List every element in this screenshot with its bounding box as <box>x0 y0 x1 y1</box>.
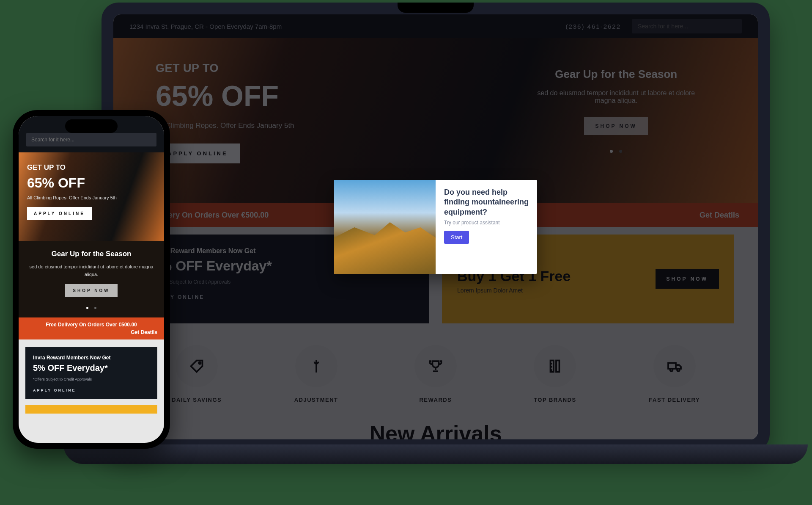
laptop-base <box>63 444 808 464</box>
phone-strip: Free Delivery On Orders Over €500.00 Get… <box>19 317 164 339</box>
phone-reward-apply[interactable]: APPLY ONLINE <box>33 388 150 392</box>
phone-hero-headline: 65% OFF <box>27 175 156 191</box>
phone-strip-details[interactable]: Get Deatils <box>25 329 157 335</box>
phone-dot-2[interactable] <box>94 307 96 309</box>
phone-apply-button[interactable]: APPLY ONLINE <box>27 207 92 220</box>
phone-dot-1[interactable] <box>86 307 88 309</box>
modal-subtitle: Try our product assistant <box>444 220 529 226</box>
phone-reward-line1: Invra Reward Members Now Get <box>33 355 150 361</box>
laptop-screen: 1234 Invra St. Prague, CR - Open Everyda… <box>113 14 758 439</box>
phone-gold-card <box>25 405 157 414</box>
modal-start-button[interactable]: Start <box>444 231 469 244</box>
phone-season-title: Gear Up for the Season <box>25 250 158 258</box>
phone-reward-card: Invra Reward Members Now Get 5% OFF Ever… <box>25 347 157 399</box>
phone-strip-text: Free Delivery On Orders Over €500.00 <box>46 322 137 328</box>
phone-reward-fine: *Offers Subject to Credit Approvals <box>33 377 150 381</box>
phone-screen: GET UP TO 65% OFF All Climbing Ropes. Of… <box>19 116 164 443</box>
laptop-notch <box>398 3 474 13</box>
phone-frame: GET UP TO 65% OFF All Climbing Ropes. Of… <box>13 110 170 449</box>
laptop-frame: 1234 Invra St. Prague, CR - Open Everyda… <box>102 3 770 451</box>
modal-title: Do you need help finding mountaineering … <box>444 188 529 217</box>
phone-season: Gear Up for the Season sed do eiusmod te… <box>19 241 164 317</box>
phone-season-text: sed do eiusmod tempor incididunt ut labo… <box>25 263 158 278</box>
phone-dots <box>25 303 158 311</box>
phone-hero-subtext: All Climbing Ropes. Offer Ends January 5… <box>27 195 156 200</box>
phone-hero-kicker: GET UP TO <box>27 163 156 172</box>
phone-shop-now[interactable]: SHOP NOW <box>65 284 117 297</box>
phone-search-input[interactable] <box>26 133 156 146</box>
phone-reward-line2: 5% OFF Everyday* <box>33 363 150 373</box>
phone-notch <box>65 119 118 133</box>
assistant-modal: Do you need help finding mountaineering … <box>334 180 537 274</box>
modal-image <box>334 180 436 274</box>
phone-hero: GET UP TO 65% OFF All Climbing Ropes. Of… <box>19 152 164 241</box>
